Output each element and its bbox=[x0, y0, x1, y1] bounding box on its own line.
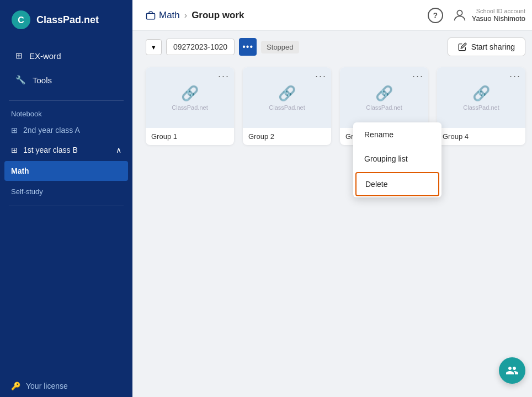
watermark-1: ClassPad.net bbox=[172, 104, 208, 111]
context-menu: Rename Grouping list Delete bbox=[353, 122, 441, 197]
groups-grid: 🔗 ClassPad.net ··· Group 1 🔗 ClassPad.ne… bbox=[146, 67, 525, 145]
breadcrumb: Math › Group work bbox=[146, 10, 244, 21]
group-1-menu-btn[interactable]: ··· bbox=[218, 71, 230, 82]
dropdown-button[interactable]: ▾ bbox=[146, 39, 162, 55]
main: Math › Group work ? School ID account Ya… bbox=[132, 0, 532, 397]
sidebar-item-tools[interactable]: 🔧 Tools bbox=[4, 68, 128, 92]
context-menu-grouping-list[interactable]: Grouping list bbox=[353, 147, 441, 171]
start-sharing-button[interactable]: Start sharing bbox=[448, 37, 525, 56]
sidebar-item-math[interactable]: Math bbox=[4, 161, 128, 181]
topbar: Math › Group work ? School ID account Ya… bbox=[132, 0, 532, 31]
logo-text: ClassPad.net bbox=[36, 14, 99, 26]
ex-word-icon: ⊞ bbox=[15, 51, 23, 61]
math-folder-icon bbox=[146, 10, 156, 20]
sidebar: C ClassPad.net ⊞ EX-word 🔧 Tools Noteboo… bbox=[0, 0, 132, 397]
watermark-4: ClassPad.net bbox=[463, 104, 499, 111]
sidebar-divider bbox=[9, 100, 124, 101]
sidebar-license[interactable]: 🔑 Your license bbox=[0, 375, 132, 397]
2nd-year-icon: ⊞ bbox=[11, 126, 18, 135]
help-button[interactable]: ? bbox=[428, 8, 443, 23]
sidebar-item-1st-year[interactable]: ⊞ 1st year class B ∧ bbox=[0, 140, 132, 160]
tools-icon: 🔧 bbox=[15, 75, 26, 85]
more-button[interactable]: ••• bbox=[239, 38, 257, 56]
breadcrumb-current: Group work bbox=[191, 10, 244, 21]
chevron-down-icon: ▾ bbox=[152, 43, 156, 51]
link-icon-1: 🔗 bbox=[181, 85, 199, 102]
sidebar-divider-2 bbox=[9, 206, 124, 206]
sidebar-item-2nd-year[interactable]: ⊞ 2nd year class A bbox=[0, 120, 132, 140]
session-id: 09272023-1020 bbox=[166, 39, 235, 55]
svg-text:C: C bbox=[18, 15, 24, 25]
group-card-2: 🔗 ClassPad.net ··· Group 2 bbox=[243, 67, 331, 145]
link-icon-4: 🔗 bbox=[472, 85, 490, 102]
link-icon-2: 🔗 bbox=[278, 85, 296, 102]
watermark-2: ClassPad.net bbox=[269, 104, 305, 111]
sidebar-nav: ⊞ EX-word 🔧 Tools bbox=[0, 40, 132, 96]
content: 🔗 ClassPad.net ··· Group 1 🔗 ClassPad.ne… bbox=[132, 63, 532, 397]
group-2-label: Group 2 bbox=[243, 128, 331, 145]
group-4-label: Group 4 bbox=[437, 128, 525, 145]
account-icon bbox=[452, 8, 467, 23]
topbar-right: ? School ID account Yasuo Nishimoto bbox=[428, 8, 525, 23]
chevron-up-icon: ∧ bbox=[116, 146, 121, 154]
fab-button[interactable] bbox=[499, 357, 525, 384]
logo-icon: C bbox=[11, 10, 31, 30]
1st-year-icon: ⊞ bbox=[11, 146, 18, 154]
group-3-menu-btn[interactable]: ··· bbox=[412, 71, 424, 82]
group-4-menu-btn[interactable]: ··· bbox=[509, 71, 521, 82]
sidebar-self-study[interactable]: Self-study bbox=[0, 182, 132, 201]
key-icon: 🔑 bbox=[11, 382, 20, 390]
link-icon-3: 🔗 bbox=[375, 85, 393, 102]
logo[interactable]: C ClassPad.net bbox=[0, 0, 132, 40]
add-people-icon bbox=[506, 364, 519, 377]
sidebar-item-ex-word[interactable]: ⊞ EX-word bbox=[4, 44, 128, 67]
pencil-icon bbox=[458, 42, 467, 51]
status-badge: Stopped bbox=[261, 41, 299, 53]
svg-rect-2 bbox=[147, 13, 155, 19]
group-card-4: 🔗 ClassPad.net ··· Group 4 bbox=[437, 67, 525, 145]
breadcrumb-math[interactable]: Math bbox=[146, 10, 180, 21]
context-menu-delete[interactable]: Delete bbox=[355, 172, 439, 196]
context-menu-rename[interactable]: Rename bbox=[353, 122, 441, 147]
notebook-label: Notebook bbox=[0, 105, 132, 120]
svg-point-3 bbox=[457, 10, 462, 15]
group-1-label: Group 1 bbox=[146, 128, 234, 145]
toolbar: ▾ 09272023-1020 ••• Stopped Start sharin… bbox=[132, 31, 532, 63]
group-card-1: 🔗 ClassPad.net ··· Group 1 bbox=[146, 67, 234, 145]
account-text: School ID account Yasuo Nishimoto bbox=[472, 8, 525, 23]
group-2-menu-btn[interactable]: ··· bbox=[315, 71, 327, 82]
watermark-3: ClassPad.net bbox=[366, 104, 402, 111]
account-menu[interactable]: School ID account Yasuo Nishimoto bbox=[452, 8, 525, 23]
breadcrumb-separator: › bbox=[184, 10, 187, 20]
toolbar-left: ▾ 09272023-1020 ••• Stopped bbox=[146, 38, 299, 56]
